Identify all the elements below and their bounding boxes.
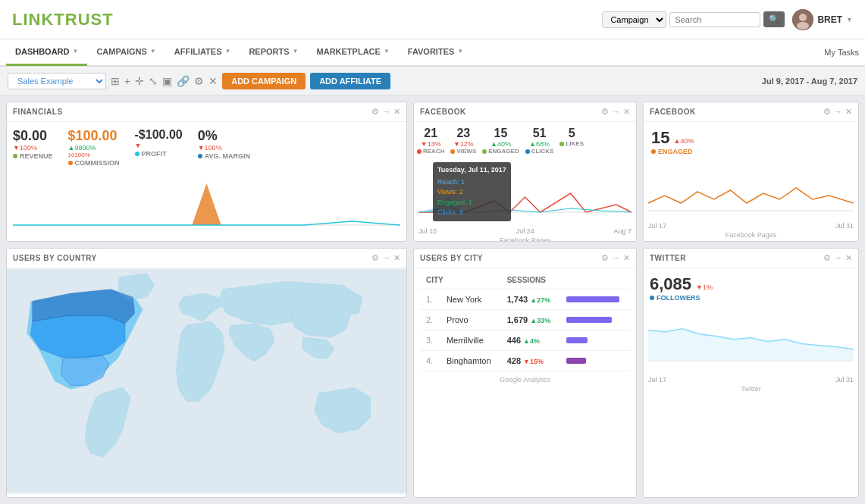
world-map [7, 268, 406, 494]
facebook-main-footer: Facebook Pages [414, 235, 636, 242]
nav-dashboard[interactable]: DASHBOARD ▼ [6, 39, 87, 66]
fb-main-settings-icon[interactable]: ⚙ [601, 107, 609, 117]
city-change: ▲4% [523, 337, 540, 345]
delete-icon[interactable]: ✕ [208, 75, 218, 87]
fb-clicks-change: ▲68% [529, 140, 550, 148]
fb-reach-metric: 21 ▼13% REACH [417, 127, 444, 155]
fb-views-change: ▼12% [453, 140, 474, 148]
country-arrow-icon[interactable]: → [382, 253, 390, 263]
facebook-small-title: FACEBOOK [650, 108, 696, 116]
financials-chart [7, 173, 406, 241]
city-bar-cell [560, 351, 630, 371]
revenue-change: ▼100% [13, 144, 53, 152]
main-content: FINANCIALS ⚙ → ✕ $0.00 ▼100% REVENUE $10… [0, 95, 865, 504]
facebook-small-metrics: 15 ▲40% ENGAGED [644, 122, 858, 161]
twitter-title: TWITTER [650, 254, 686, 262]
nav-reports-arrow: ▼ [293, 48, 299, 55]
svg-point-2 [797, 22, 809, 30]
search-button[interactable]: 🔍 [763, 11, 785, 27]
financials-header: FINANCIALS ⚙ → ✕ [7, 102, 406, 122]
fb-main-arrow-icon[interactable]: → [612, 107, 620, 117]
fb-main-close-icon[interactable]: ✕ [623, 107, 630, 117]
city-name: Merrillville [440, 330, 501, 351]
nav-campaigns[interactable]: CAMPAIGNS ▼ [87, 39, 165, 66]
city-settings-icon[interactable]: ⚙ [601, 253, 609, 263]
search-input[interactable] [669, 12, 760, 27]
margin-label: AVG. MARGIN [198, 152, 250, 160]
logo[interactable]: LINKTRUST [12, 10, 114, 30]
twitter-card: TWITTER ⚙ → ✕ 6,085 ▼1% FOLLOWERS [643, 248, 859, 498]
fb-likes-label: LIKES [559, 140, 584, 147]
fb-small-arrow-icon[interactable]: → [834, 107, 842, 117]
header-right: Campaign 🔍 BRET ▼ [602, 9, 853, 30]
facebook-metrics: 21 ▼13% REACH 23 ▼12% VIEWS 15 ▲40% ENGA… [414, 122, 636, 159]
session-bar [566, 317, 612, 323]
city-change: ▲27% [530, 296, 550, 304]
session-bar [566, 296, 619, 302]
add-icon[interactable]: + [124, 75, 130, 87]
move-icon[interactable]: ✛ [135, 75, 144, 87]
financials-title: FINANCIALS [13, 108, 63, 116]
facebook-small-chart [644, 161, 858, 222]
financials-close-icon[interactable]: ✕ [393, 107, 400, 117]
nav-favorites[interactable]: FAVORITES ▼ [399, 39, 472, 66]
settings-icon2[interactable]: ⚙ [194, 75, 204, 87]
commission-label: COMMISSION [68, 159, 120, 167]
resize-icon[interactable]: ⤡ [149, 75, 158, 87]
nav-campaigns-label: CAMPAIGNS [96, 47, 146, 56]
nav-marketplace-arrow: ▼ [384, 48, 390, 55]
city-close-icon[interactable]: ✕ [623, 253, 630, 263]
country-close-icon[interactable]: ✕ [393, 253, 400, 263]
city-title: USERS BY CITY [420, 254, 483, 262]
facebook-main-header: FACEBOOK ⚙ → ✕ [414, 102, 636, 122]
fb-small-close-icon[interactable]: ✕ [845, 107, 852, 117]
toolbar-icons: ⊞ + ✛ ⤡ ▣ 🔗 ⚙ ✕ [111, 75, 218, 87]
fb-engaged-metric: 15 ▲40% ENGAGED [482, 127, 519, 155]
link-icon[interactable]: 🔗 [177, 75, 190, 87]
add-campaign-button[interactable]: ADD CAMPAIGN [222, 73, 306, 89]
nav-affiliates[interactable]: AFFILIATES ▼ [165, 39, 240, 66]
image-icon[interactable]: ▣ [162, 75, 172, 87]
twitter-settings-icon[interactable]: ⚙ [823, 253, 831, 263]
fb-small-settings-icon[interactable]: ⚙ [823, 107, 831, 117]
twitter-close-icon[interactable]: ✕ [845, 253, 852, 263]
user-dropdown-icon[interactable]: ▼ [846, 16, 853, 23]
svg-point-1 [799, 14, 807, 21]
profit-change: ▼ [135, 142, 183, 149]
add-affiliate-button[interactable]: ADD AFFILIATE [310, 73, 390, 89]
city-rank: 3. [420, 330, 440, 351]
profit-value: -$100.00 [135, 128, 183, 142]
city-rank: 1. [420, 290, 440, 310]
table-row: 3. Merrillville 446 ▲4% [420, 330, 630, 351]
facebook-small-controls: ⚙ → ✕ [823, 107, 852, 117]
nav-marketplace[interactable]: MARKETPLACE ▼ [308, 39, 399, 66]
city-table-container: CITY SESSIONS 1. New York 1,743 ▲27% 2. … [414, 268, 636, 374]
country-settings-icon[interactable]: ⚙ [371, 253, 379, 263]
city-name: Binghamton [440, 351, 501, 371]
twitter-arrow-icon[interactable]: → [834, 253, 842, 263]
campaign-selector[interactable]: Sales Example [8, 73, 106, 89]
margin-metric: 0% ▼100% AVG. MARGIN [198, 128, 250, 167]
twitter-metrics: 6,085 ▼1% FOLLOWERS [644, 268, 858, 308]
financials-settings-icon[interactable]: ⚙ [371, 107, 379, 117]
toolbar: Sales Example ⊞ + ✛ ⤡ ▣ 🔗 ⚙ ✕ ADD CAMPAI… [0, 67, 865, 95]
my-tasks-link[interactable]: My Tasks [824, 48, 859, 57]
city-bar-cell [560, 330, 630, 351]
city-controls: ⚙ → ✕ [601, 253, 630, 263]
nav-affiliates-arrow: ▼ [225, 48, 231, 55]
city-table: CITY SESSIONS 1. New York 1,743 ▲27% 2. … [420, 271, 630, 371]
logo-trust: TRUST [54, 10, 113, 29]
nav-reports[interactable]: REPORTS ▼ [240, 39, 307, 66]
nav-marketplace-label: MARKETPLACE [317, 47, 381, 56]
col-city: CITY [420, 271, 501, 290]
financials-arrow-icon[interactable]: → [382, 107, 390, 117]
revenue-label: REVENUE [13, 152, 53, 160]
city-arrow-icon[interactable]: → [612, 253, 620, 263]
twitter-followers-value: 6,085 [650, 274, 691, 294]
grid-icon[interactable]: ⊞ [111, 75, 120, 87]
fb-views-value: 23 [456, 127, 470, 140]
city-bar-cell [560, 310, 630, 330]
fb-likes-value: 5 [569, 127, 575, 140]
country-title: USERS BY COUNTRY [13, 254, 97, 262]
campaign-select[interactable]: Campaign [602, 11, 666, 28]
